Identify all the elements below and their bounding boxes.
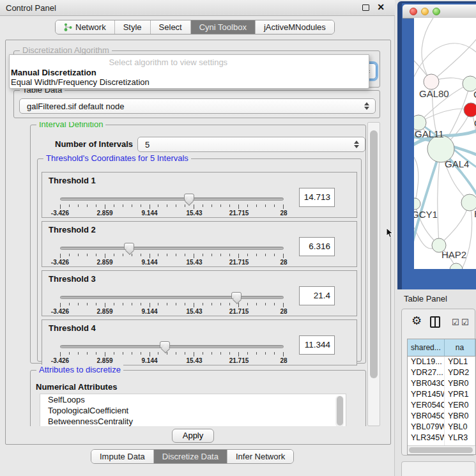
select-columns-icon[interactable]: ☑: [452, 318, 459, 327]
slider-thumb[interactable]: [184, 194, 194, 201]
tick-mark: [211, 303, 212, 305]
table-row[interactable]: YBL079WYBL0: [408, 422, 475, 433]
tick-mark: [123, 303, 123, 305]
tick-mark: [96, 303, 96, 305]
table-row[interactable]: YLR345WYLR3: [408, 433, 475, 443]
table-row[interactable]: YBR045CYBR0: [408, 411, 475, 422]
tick-mark: [229, 204, 230, 207]
tick-mark: [203, 204, 203, 207]
select-all-columns-icon[interactable]: ☑: [461, 318, 469, 327]
table-horizontal-scrollbar[interactable]: [408, 445, 475, 454]
tick-mark: [123, 204, 123, 207]
slider-thumb[interactable]: [124, 243, 134, 250]
tick-mark: [78, 254, 79, 256]
numerical-attributes-list[interactable]: SelfLoopsTopologicalCoefficientBetweenne…: [40, 394, 346, 426]
tick-mark: [176, 352, 176, 355]
table-cell: YDR2: [445, 367, 475, 378]
table-row[interactable]: YDL19...YDL1: [408, 357, 475, 367]
tab-select[interactable]: Select: [151, 20, 191, 34]
minimize-traffic-light-icon[interactable]: [421, 8, 429, 15]
table-row[interactable]: YER054CYER0: [408, 400, 475, 411]
threshold-value-field[interactable]: 21.4: [299, 286, 335, 305]
tab-discretize-data[interactable]: Discretize Data: [154, 450, 227, 463]
tick-mark: [256, 204, 257, 207]
tick-mark: [283, 254, 284, 258]
network-edge: [418, 109, 471, 123]
popup-item-manual-discretization[interactable]: Manual Discretization: [10, 68, 369, 77]
table-row[interactable]: YPR145WYPR1: [408, 389, 475, 400]
slider-tick-labels: -3.4262.8599.14415.4321.71528: [60, 259, 284, 266]
slider-thumb[interactable]: [231, 292, 242, 299]
attributes-group-title: Attributes to discretize: [36, 365, 123, 374]
thresholds-group-title: Threshold's Coordinates for 5 Intervals: [43, 153, 191, 163]
tick-mark: [220, 204, 221, 207]
attributes-group: Attributes to discretize Numerical Attri…: [30, 370, 366, 426]
control-panel: Control Panel ✕ NetworkStyleSelectCyni T…: [0, 0, 395, 476]
network-edge: [431, 37, 476, 82]
tick-mark: [194, 303, 194, 307]
table-row[interactable]: YDR27...YDR2: [408, 367, 475, 378]
number-of-intervals-combobox[interactable]: 5: [137, 137, 365, 152]
tick-mark: [105, 303, 105, 307]
threshold-value-field[interactable]: 11.344: [299, 335, 335, 355]
threshold-panel-2: Threshold 2-3.4262.8599.14415.4321.71528…: [42, 221, 357, 267]
threshold-value-field[interactable]: 6.316: [299, 237, 335, 256]
tick-label: 21.715: [229, 357, 249, 364]
tick-mark: [141, 204, 141, 207]
apply-button[interactable]: Apply: [172, 429, 214, 443]
tick-mark: [220, 352, 221, 355]
threshold-value-field[interactable]: 14.713: [299, 188, 335, 207]
tab-impute-data[interactable]: Impute Data: [91, 450, 154, 463]
network-window-titlebar[interactable]: [403, 4, 476, 19]
scrollbar-thumb[interactable]: [409, 447, 473, 453]
network-icon: [64, 23, 72, 31]
list-item-topologicalcoefficient[interactable]: TopologicalCoefficient: [40, 405, 346, 416]
tab-cyni-toolbox[interactable]: Cyni Toolbox: [191, 20, 256, 34]
table-data-value: galFiltered.sif default node: [27, 102, 124, 111]
tab-network[interactable]: Network: [56, 20, 115, 34]
slider-track[interactable]: [60, 296, 284, 299]
node-attribute-table[interactable]: shared...na YDL19...YDL1YDR27...YDR2YBR0…: [407, 339, 476, 455]
table-row[interactable]: YBR043CYBR0: [408, 378, 475, 389]
tab-style[interactable]: Style: [115, 20, 151, 34]
tab-jactivemnodules[interactable]: jActiveMNodules: [256, 20, 334, 34]
tick-mark: [256, 352, 257, 355]
column-header-shared-[interactable]: shared...: [408, 339, 445, 357]
threshold-label: Threshold 4: [49, 323, 96, 333]
slider-track[interactable]: [60, 345, 284, 348]
tick-mark: [78, 303, 79, 305]
tab-infer-network[interactable]: Infer Network: [227, 450, 293, 463]
network-view-window: GAL80GCGAL11GAL4GCY1HHAP2: [397, 1, 476, 289]
tick-label: 9.144: [141, 210, 157, 217]
node-label: GAL11: [415, 128, 444, 139]
network-canvas[interactable]: GAL80GCGAL11GAL4GCY1HHAP2: [414, 18, 476, 269]
tick-mark: [167, 352, 167, 355]
split-columns-icon[interactable]: [430, 316, 440, 328]
tick-mark: [114, 352, 114, 355]
list-item-betweennesscentrality[interactable]: BetweennessCentrality: [40, 416, 346, 426]
gear-icon[interactable]: ⚙: [411, 315, 422, 326]
tick-label: 28: [280, 308, 287, 315]
network-node: [414, 198, 420, 210]
attributes-scrollbar[interactable]: [335, 395, 344, 426]
float-window-icon[interactable]: [362, 4, 369, 11]
slider-track[interactable]: [60, 197, 284, 201]
popup-item-equal-width-frequency-discretization[interactable]: Equal Width/Frequency Discretization: [10, 77, 369, 87]
scrollbar-thumb[interactable]: [370, 130, 378, 378]
zoom-traffic-light-icon[interactable]: [433, 8, 440, 15]
tick-mark: [158, 303, 158, 305]
tick-label: 2.859: [96, 210, 112, 217]
settings-scrollbar[interactable]: [367, 122, 380, 426]
column-header-na[interactable]: na: [445, 339, 475, 357]
table-cell: YER0: [445, 400, 475, 411]
tick-label: 28: [280, 259, 287, 266]
slider-track[interactable]: [60, 247, 284, 250]
tick-mark: [211, 204, 212, 207]
table-data-combobox[interactable]: galFiltered.sif default node: [19, 98, 376, 114]
slider-thumb[interactable]: [160, 341, 170, 348]
close-icon[interactable]: ✕: [377, 2, 385, 12]
tick-mark: [60, 254, 61, 258]
tick-mark: [123, 254, 123, 256]
close-traffic-light-icon[interactable]: [410, 8, 417, 15]
list-item-selfloops[interactable]: SelfLoops: [40, 394, 346, 405]
